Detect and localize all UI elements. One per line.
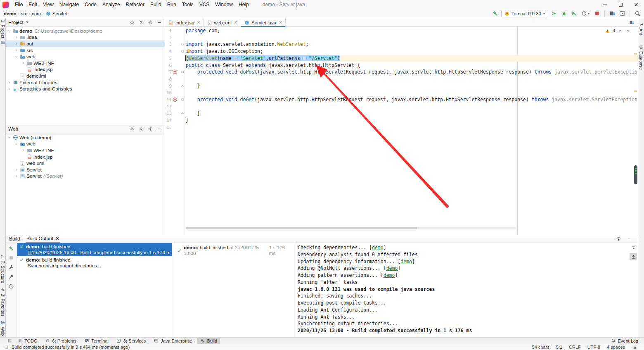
status-widget-crlf[interactable]: CRLF bbox=[569, 345, 581, 350]
close-button[interactable]: ✕ bbox=[628, 0, 644, 9]
breadcrumb-item-src[interactable]: src bbox=[20, 11, 28, 16]
code-line-7[interactable]: protected void doPost(javax.servlet.http… bbox=[186, 69, 638, 76]
soft-wrap-button[interactable] bbox=[630, 244, 637, 251]
menu-view[interactable]: View bbox=[40, 0, 57, 9]
run-button[interactable] bbox=[550, 10, 558, 18]
code-line-1[interactable]: package com; bbox=[186, 27, 220, 34]
warning-stripe-mark[interactable] bbox=[634, 90, 637, 92]
tool-window-button-6-problems[interactable]: 6: Problems bbox=[42, 338, 80, 344]
breadcrumb-item-servlet[interactable]: CServlet bbox=[44, 11, 69, 17]
tree-item-web-inf[interactable]: WEB-INF bbox=[6, 147, 165, 154]
code-line-13[interactable]: } bbox=[186, 110, 200, 117]
chevron-right-icon[interactable] bbox=[14, 42, 19, 45]
lock-open-icon[interactable] bbox=[632, 344, 637, 350]
stop-button[interactable] bbox=[593, 10, 601, 18]
chevron-right-icon[interactable] bbox=[21, 148, 26, 152]
run-coverage-button[interactable] bbox=[570, 10, 578, 18]
minimize-icon[interactable] bbox=[626, 236, 632, 242]
override-icon[interactable] bbox=[172, 69, 178, 75]
close-icon[interactable]: ✕ bbox=[55, 236, 59, 241]
debug-button[interactable] bbox=[560, 10, 568, 18]
status-widget-4-spaces[interactable]: 4 spaces bbox=[607, 345, 625, 350]
status-widget-utf-8[interactable]: UTF-8 bbox=[587, 345, 600, 350]
maximize-button[interactable] bbox=[613, 0, 628, 9]
tool-window-button-8-services[interactable]: 8: Services bbox=[113, 338, 149, 344]
menu-vcs[interactable]: VCS bbox=[197, 0, 213, 9]
chevron-down-icon[interactable] bbox=[26, 21, 28, 23]
window-switcher-icon[interactable] bbox=[7, 338, 12, 344]
tool-window-button-terminal[interactable]: Terminal bbox=[81, 338, 111, 344]
menu-refactor[interactable]: Refactor bbox=[123, 0, 147, 9]
fold-end-icon[interactable] bbox=[180, 83, 185, 89]
search-button[interactable] bbox=[633, 10, 642, 18]
tree-item-web[interactable]: web bbox=[6, 53, 165, 60]
tree-item-demo-iml[interactable]: demo.iml bbox=[6, 73, 165, 79]
minimize-button[interactable] bbox=[597, 0, 613, 9]
project-layout-button[interactable] bbox=[608, 10, 616, 18]
editor-options-icon[interactable] bbox=[629, 19, 635, 25]
tool-window-button-build[interactable]: Build bbox=[197, 338, 220, 344]
console-link[interactable]: demo bbox=[384, 272, 395, 278]
locate-icon[interactable] bbox=[129, 19, 135, 25]
code-line-5[interactable]: @WebServlet(name = "Servlet",urlPatterns… bbox=[186, 55, 340, 62]
tree-item-index-jsp[interactable]: JSPindex.jsp bbox=[6, 67, 165, 73]
collapse-all-icon[interactable] bbox=[138, 19, 144, 25]
menu-build[interactable]: Build bbox=[147, 0, 164, 9]
tree-item-external-libraries[interactable]: External Libraries bbox=[6, 79, 165, 86]
help-icon[interactable]: ? bbox=[8, 283, 14, 289]
collapse-all-icon[interactable] bbox=[138, 126, 144, 132]
run-console-button[interactable] bbox=[618, 10, 626, 18]
next-warning-icon[interactable] bbox=[625, 28, 631, 33]
chevron-down-icon[interactable] bbox=[14, 142, 19, 146]
chevron-right-icon[interactable] bbox=[21, 61, 26, 65]
tree-item-src[interactable]: src bbox=[6, 47, 165, 54]
code-line-11[interactable]: protected void doGet(javax.servlet.http.… bbox=[186, 96, 638, 103]
background-tasks-icon[interactable] bbox=[3, 344, 9, 350]
menu-code[interactable]: Code bbox=[82, 0, 99, 9]
chevron-down-icon[interactable] bbox=[14, 55, 19, 59]
minimize-icon[interactable] bbox=[156, 126, 162, 132]
tree-item-scratches-and-consoles[interactable]: !Scratches and Consoles bbox=[6, 86, 165, 92]
stripe-button-web[interactable]: Web bbox=[0, 318, 6, 337]
chevron-right-icon[interactable] bbox=[7, 87, 12, 91]
bulb-icon[interactable] bbox=[186, 48, 192, 54]
console-link[interactable]: demo bbox=[372, 245, 384, 250]
code-line-3[interactable]: import javax.servlet.annotation.WebServl… bbox=[186, 41, 309, 48]
gear-icon[interactable] bbox=[616, 236, 621, 242]
gear-icon[interactable] bbox=[147, 126, 153, 132]
menu-run[interactable]: Run bbox=[164, 0, 179, 9]
expand-all-icon[interactable] bbox=[129, 126, 135, 132]
code-line-9[interactable]: } bbox=[186, 83, 200, 90]
menu-analyze[interactable]: Analyze bbox=[99, 0, 123, 9]
console-link[interactable]: demo bbox=[400, 259, 412, 264]
tree-item-web[interactable]: web bbox=[6, 141, 165, 148]
wrench-icon[interactable] bbox=[8, 264, 14, 270]
fold-circle-icon[interactable] bbox=[180, 41, 185, 47]
minimize-icon[interactable] bbox=[156, 19, 162, 25]
tool-window-button-java-enterprise[interactable]: Java Enterprise bbox=[150, 338, 195, 344]
gear-icon[interactable] bbox=[147, 19, 153, 25]
tree-item-servlet[interactable]: Servlet bbox=[6, 167, 165, 173]
close-icon[interactable]: ✕ bbox=[197, 20, 200, 25]
build-hammer-button[interactable] bbox=[491, 10, 500, 18]
tab-index-jsp[interactable]: JSPindex.jsp✕ bbox=[165, 18, 204, 27]
status-widget-54-chars[interactable]: 54 chars bbox=[532, 345, 549, 350]
editor-scrollbar-thumb[interactable] bbox=[634, 165, 637, 184]
tab-web-xml[interactable]: xweb.xml✕ bbox=[204, 18, 241, 27]
tool-window-button-todo[interactable]: TODO bbox=[14, 338, 40, 344]
code-line-6[interactable]: public class Servlet extends javax.servl… bbox=[186, 62, 360, 69]
menu-tools[interactable]: Tools bbox=[179, 0, 197, 9]
stripe-button-7-structure[interactable]: 7: Structure bbox=[0, 252, 6, 285]
chevron-right-icon[interactable] bbox=[14, 36, 19, 39]
menu-help[interactable]: Help bbox=[236, 0, 252, 9]
override-icon[interactable] bbox=[172, 97, 178, 102]
stripe-button-2-favorites[interactable]: 2: Favorites bbox=[0, 285, 6, 318]
tree-item-web-inf[interactable]: WEB-INF bbox=[6, 60, 165, 67]
warning-stripe-mark[interactable] bbox=[634, 53, 637, 55]
tree-item-idea[interactable]: .idea bbox=[6, 34, 165, 41]
tree-item-demo[interactable]: demoC:\Users\gcswei\Desktop\demo bbox=[6, 28, 165, 34]
fold-end-icon[interactable] bbox=[180, 110, 185, 116]
tree-item-web-xml[interactable]: xweb.xml bbox=[6, 160, 165, 167]
chevron-right-icon[interactable] bbox=[14, 48, 19, 52]
chevron-right-icon[interactable] bbox=[7, 81, 12, 84]
